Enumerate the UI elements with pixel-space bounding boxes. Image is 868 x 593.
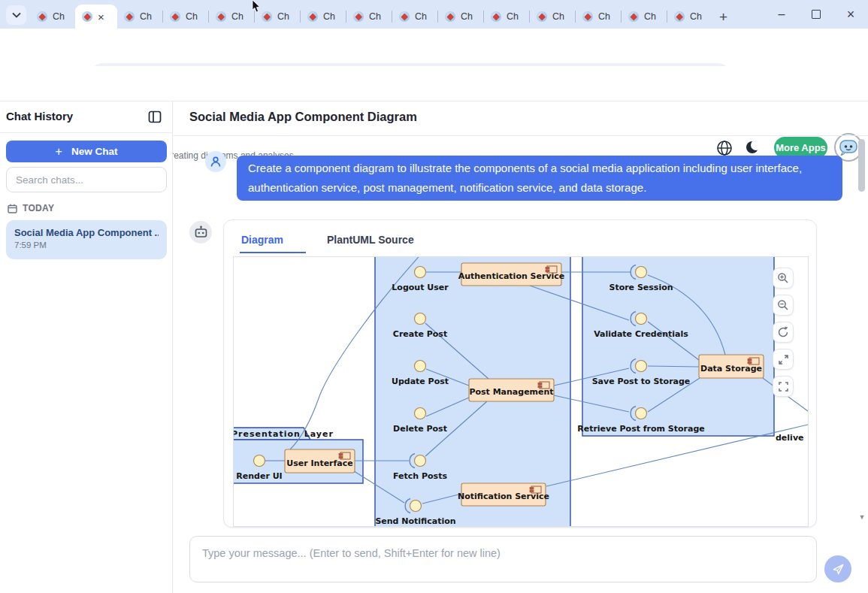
page-title: Social Media App Component Diagram [189, 110, 417, 124]
sidebar-header: Chat History [0, 101, 172, 133]
date-section-label: TODAY [23, 203, 54, 213]
browser-tab-7[interactable]: Ch [346, 5, 392, 29]
tab-label: Ch [598, 11, 610, 22]
reset-view-button[interactable] [773, 322, 794, 343]
chevron-down-icon [12, 12, 21, 18]
tab-label: Ch [277, 11, 289, 22]
collapse-panel-icon[interactable] [148, 110, 162, 123]
user-message-bubble: Create a component diagram to illustrate… [237, 156, 842, 201]
scrollbar-thumb[interactable] [858, 139, 865, 192]
zoom-out-button[interactable] [773, 295, 794, 316]
browser-tab-5[interactable]: Ch [255, 5, 300, 29]
tab-label: Ch [140, 11, 152, 22]
component-icon [530, 488, 534, 490]
browser-tab-8[interactable]: Ch [392, 5, 437, 29]
vp-favicon-icon [353, 11, 364, 22]
window-maximize-button[interactable] [799, 0, 833, 29]
chat-history-item[interactable]: Social Media App Component ... 7:59 PM [6, 220, 167, 259]
component-icon [546, 270, 549, 272]
tab-diagram[interactable]: Diagram [240, 232, 306, 253]
tab-close-icon[interactable]: × [98, 11, 104, 23]
interface-validate-credentials [636, 313, 647, 325]
search-chats-input[interactable] [6, 167, 167, 192]
window-close-button[interactable]: × [833, 0, 868, 29]
interface-label-delete-post: Delete Post [393, 424, 447, 434]
maximize-icon [812, 10, 821, 19]
browser-tab-13[interactable]: Ch [622, 5, 667, 29]
browser-tab-12[interactable]: Ch [576, 5, 621, 29]
tab-label: Ch [369, 11, 381, 22]
browser-tab-9[interactable]: Ch [438, 5, 483, 29]
vp-favicon-icon [216, 11, 226, 22]
browser-tab-0[interactable]: Ch [30, 5, 75, 29]
tab-label: Ch [53, 11, 65, 22]
interface-send-notification [410, 501, 422, 512]
interface-save-post-to-storage [636, 361, 647, 372]
new-chat-button[interactable]: + New Chat [6, 141, 167, 162]
package-label: Presentation Layer [234, 429, 334, 439]
send-button[interactable] [824, 555, 851, 582]
browser-tab-2[interactable]: Ch [117, 5, 162, 29]
fullscreen-button[interactable] [773, 376, 794, 397]
interface-store-session [636, 267, 647, 278]
browser-tab-4[interactable]: Ch [209, 5, 254, 29]
tab-label: Ch [461, 11, 473, 22]
language-globe-icon[interactable] [716, 140, 733, 156]
vp-favicon-icon [307, 11, 318, 22]
user-message-text: Create a component diagram to illustrate… [248, 159, 831, 198]
vp-favicon-icon [170, 11, 180, 22]
browser-tab-strip: Ch×ChChChChChChChChChChChChCh+ – × [0, 0, 868, 29]
sidebar: Chat History + New Chat TODAY Social Med… [0, 101, 173, 593]
browser-tab-14[interactable]: Ch [667, 5, 712, 29]
diagram-result-card: Diagram PlantUML Source Presentation Lay… [223, 219, 817, 528]
vp-favicon-icon [582, 11, 593, 22]
window-minimize-button[interactable]: – [764, 0, 799, 29]
result-tabs: Diagram PlantUML Source [240, 232, 437, 253]
interface-fetch-posts [415, 455, 426, 467]
plus-icon: + [56, 145, 62, 159]
zoom-in-icon [777, 272, 789, 284]
moon-cutout [751, 140, 761, 150]
scrollbar-down-arrow[interactable]: ▼ [857, 513, 866, 522]
tab-label: Ch [231, 11, 243, 22]
component-icon [339, 454, 343, 456]
dark-mode-toggle[interactable] [745, 140, 760, 155]
app-header: Chatbot Visual Paradigm AI Assistant for… [0, 66, 868, 101]
interface-render-ui [254, 455, 265, 467]
zoom-out-icon [777, 299, 789, 311]
component-icon [530, 490, 534, 492]
component-icon [538, 383, 542, 386]
browser-tab-10[interactable]: Ch [484, 5, 529, 29]
interface-label-send-notification: Send Notification [375, 516, 455, 526]
mouse-cursor [251, 0, 262, 14]
browser-tab-6[interactable]: Ch [301, 5, 346, 29]
new-tab-button[interactable]: + [719, 10, 727, 24]
bot-avatar [189, 221, 212, 244]
fullscreen-icon [778, 381, 789, 392]
expand-button[interactable] [773, 349, 794, 370]
tab-plantuml-source[interactable]: PlantUML Source [325, 232, 437, 253]
tab-label: Ch [415, 11, 427, 22]
interface-retrieve-post-from-storage [636, 408, 647, 419]
person-icon [210, 156, 222, 168]
message-input[interactable] [189, 536, 817, 582]
component-icon [748, 359, 752, 362]
interface-label-validate-credentials: Validate Credentials [594, 329, 688, 339]
browser-tab-11[interactable]: Ch [530, 5, 575, 29]
new-chat-label: New Chat [71, 146, 118, 157]
date-section-header: TODAY [8, 203, 54, 213]
zoom-in-button[interactable] [773, 268, 794, 289]
interface-label-fetch-posts: Fetch Posts [393, 471, 447, 481]
diagram-canvas[interactable]: Presentation LayerAuthentication Service… [233, 256, 809, 527]
tab-label: Ch [690, 11, 702, 22]
tab-search-button[interactable] [6, 5, 26, 25]
interface-logout-user [415, 267, 426, 278]
tab-label: Ch [186, 11, 198, 22]
browser-tab-3[interactable]: Ch [163, 5, 208, 29]
vp-favicon-icon [445, 11, 455, 22]
send-icon [832, 563, 845, 576]
robot-icon [194, 225, 208, 239]
interface-delete-post [415, 408, 426, 419]
browser-tab-1[interactable]: × [75, 5, 117, 29]
vp-favicon-icon [537, 11, 547, 22]
